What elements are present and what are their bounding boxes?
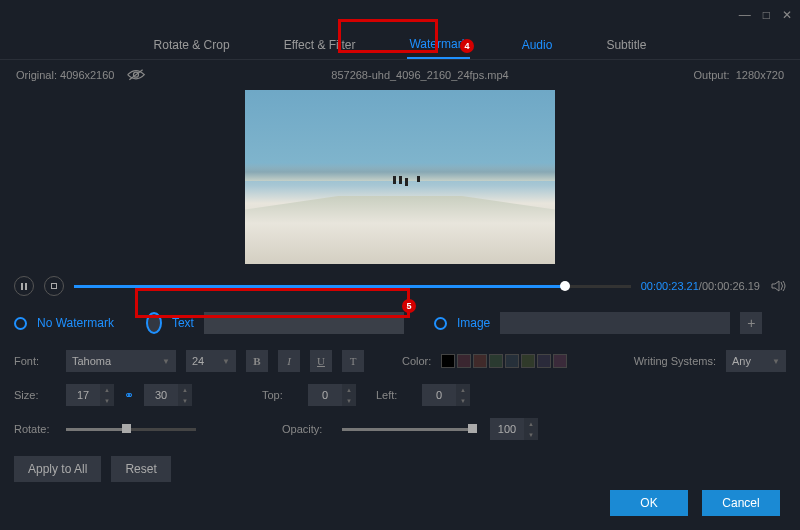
- time-current: 00:00:23.21: [641, 280, 699, 292]
- time-duration: 00:00:26.19: [702, 280, 760, 292]
- add-image-button[interactable]: +: [740, 312, 762, 334]
- opacity-slider[interactable]: [342, 428, 472, 431]
- color-swatch[interactable]: [521, 354, 535, 368]
- radio-no-watermark[interactable]: [14, 317, 27, 330]
- tab-audio[interactable]: Audio: [520, 32, 555, 58]
- no-watermark-label[interactable]: No Watermark: [37, 316, 114, 330]
- output-resolution: 1280x720: [736, 69, 784, 81]
- original-resolution: 4096x2160: [60, 69, 114, 81]
- stop-button[interactable]: [44, 276, 64, 296]
- chevron-up-icon[interactable]: ▲: [456, 384, 470, 395]
- height-stepper[interactable]: 30▲▼: [144, 384, 192, 406]
- image-watermark-label[interactable]: Image: [457, 316, 490, 330]
- left-label: Left:: [376, 389, 412, 401]
- radio-image-watermark[interactable]: [434, 317, 447, 330]
- font-size-select[interactable]: 24▼: [186, 350, 236, 372]
- underline-button[interactable]: U: [310, 350, 332, 372]
- rotate-slider[interactable]: [66, 428, 196, 431]
- font-label: Font:: [14, 355, 56, 367]
- tab-subtitle[interactable]: Subtitle: [604, 32, 648, 58]
- annotation-badge-5: 5: [402, 299, 416, 313]
- color-swatch[interactable]: [457, 354, 471, 368]
- link-icon[interactable]: ⚭: [124, 388, 134, 402]
- chevron-up-icon[interactable]: ▲: [524, 418, 538, 429]
- chevron-down-icon[interactable]: ▼: [456, 395, 470, 406]
- color-swatch[interactable]: [553, 354, 567, 368]
- reset-button[interactable]: Reset: [111, 456, 170, 482]
- color-swatch[interactable]: [473, 354, 487, 368]
- strikethrough-button[interactable]: T: [342, 350, 364, 372]
- color-label: Color:: [402, 355, 431, 367]
- ok-button[interactable]: OK: [610, 490, 688, 516]
- radio-text-watermark[interactable]: [146, 312, 162, 334]
- width-stepper[interactable]: 17▲▼: [66, 384, 114, 406]
- chevron-down-icon[interactable]: ▼: [178, 395, 192, 406]
- color-swatches: [441, 354, 567, 368]
- cancel-button[interactable]: Cancel: [702, 490, 780, 516]
- filename-label: 857268-uhd_4096_2160_24fps.mp4: [146, 69, 693, 81]
- color-swatch[interactable]: [489, 354, 503, 368]
- output-label: Output:: [693, 69, 729, 81]
- bold-button[interactable]: B: [246, 350, 268, 372]
- pause-button[interactable]: [14, 276, 34, 296]
- rotate-label: Rotate:: [14, 423, 56, 435]
- text-watermark-input[interactable]: [204, 312, 404, 334]
- apply-to-all-button[interactable]: Apply to All: [14, 456, 101, 482]
- font-family-select[interactable]: Tahoma▼: [66, 350, 176, 372]
- tab-rotate-crop[interactable]: Rotate & Crop: [152, 32, 232, 58]
- chevron-up-icon[interactable]: ▲: [100, 384, 114, 395]
- writing-systems-label: Writing Systems:: [634, 355, 716, 367]
- opacity-stepper[interactable]: 100▲▼: [490, 418, 538, 440]
- writing-systems-select[interactable]: Any▼: [726, 350, 786, 372]
- color-swatch[interactable]: [537, 354, 551, 368]
- maximize-button[interactable]: □: [763, 8, 770, 22]
- top-label: Top:: [262, 389, 298, 401]
- chevron-down-icon[interactable]: ▼: [342, 395, 356, 406]
- timeline-slider[interactable]: [74, 285, 631, 288]
- image-path-field[interactable]: [500, 312, 730, 334]
- text-watermark-label[interactable]: Text: [172, 316, 194, 330]
- volume-icon[interactable]: [770, 278, 786, 294]
- video-preview: [245, 90, 555, 264]
- chevron-down-icon[interactable]: ▼: [100, 395, 114, 406]
- tab-effect-filter[interactable]: Effect & Filter: [282, 32, 358, 58]
- chevron-down-icon[interactable]: ▼: [524, 429, 538, 440]
- size-label: Size:: [14, 389, 56, 401]
- chevron-down-icon: ▼: [222, 357, 230, 366]
- chevron-up-icon[interactable]: ▲: [178, 384, 192, 395]
- italic-button[interactable]: I: [278, 350, 300, 372]
- top-stepper[interactable]: 0▲▼: [308, 384, 356, 406]
- close-button[interactable]: ✕: [782, 8, 792, 22]
- opacity-label: Opacity:: [282, 423, 332, 435]
- annotation-badge-4: 4: [460, 39, 474, 53]
- color-swatch[interactable]: [441, 354, 455, 368]
- chevron-down-icon: ▼: [772, 357, 780, 366]
- minimize-button[interactable]: —: [739, 8, 751, 22]
- chevron-up-icon[interactable]: ▲: [342, 384, 356, 395]
- color-swatch[interactable]: [505, 354, 519, 368]
- original-label: Original:: [16, 69, 57, 81]
- chevron-down-icon: ▼: [162, 357, 170, 366]
- left-stepper[interactable]: 0▲▼: [422, 384, 470, 406]
- eye-slash-icon[interactable]: [126, 68, 146, 82]
